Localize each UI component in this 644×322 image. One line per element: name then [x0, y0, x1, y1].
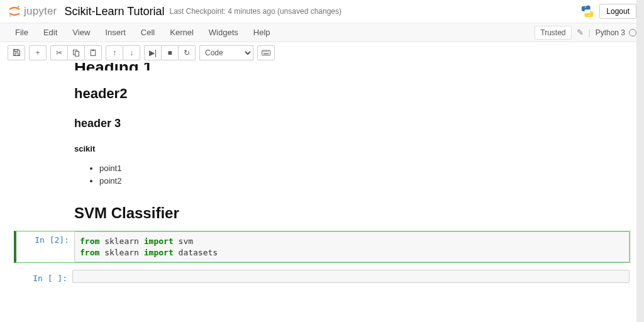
plus-icon: ＋ — [34, 47, 42, 58]
code-cell-empty[interactable]: In [ ]: — [14, 269, 630, 284]
code-keyword: import — [144, 248, 174, 257]
logout-button[interactable]: Logout — [599, 4, 636, 19]
menu-kernel[interactable]: Kernel — [162, 24, 201, 41]
code-input[interactable]: from sklearn import svm from sklearn imp… — [74, 231, 630, 262]
code-text: datasets — [174, 248, 218, 257]
svg-rect-8 — [262, 50, 270, 55]
jupyter-icon — [8, 4, 21, 18]
svg-point-1 — [9, 15, 11, 16]
divider: | — [589, 28, 591, 37]
menu-widgets[interactable]: Widgets — [201, 24, 246, 41]
svg-rect-12 — [266, 51, 267, 52]
svg-point-2 — [585, 7, 586, 8]
notebook-area[interactable]: Heading 1 header2 header 3 scikit point1… — [0, 63, 644, 322]
scrollbar-track[interactable] — [636, 0, 644, 322]
run-step-icon: ▶| — [149, 48, 157, 57]
svg-rect-7 — [92, 49, 94, 50]
bullet-list: point1 point2 — [74, 162, 630, 187]
list-item: point2 — [99, 175, 630, 187]
header-bar: jupyter Scikit-Learn Tutorial Last Check… — [0, 0, 644, 23]
move-up-button[interactable]: ↑ — [106, 45, 123, 60]
svg-point-0 — [18, 6, 19, 8]
svg-point-3 — [589, 15, 591, 16]
checkpoint-text: Last Checkpoint: 4 minutes ago (unsaved … — [170, 7, 342, 16]
edit-icon[interactable]: ✎ — [577, 28, 584, 37]
paste-icon — [89, 49, 97, 57]
menu-view[interactable]: View — [65, 24, 97, 41]
celltype-select[interactable]: Code — [199, 45, 253, 60]
interrupt-button[interactable]: ■ — [161, 45, 179, 60]
save-icon — [13, 48, 21, 57]
svg-rect-9 — [264, 53, 269, 53]
copy-button[interactable] — [67, 45, 85, 60]
code-text: svm — [174, 236, 193, 246]
input-prompt: In [2]: — [16, 231, 74, 262]
svm-heading[interactable]: SVM Classifier — [14, 204, 630, 222]
kernel-name: Python 3 — [596, 28, 625, 37]
move-down-button[interactable]: ↓ — [123, 45, 140, 60]
code-input[interactable] — [72, 270, 630, 283]
svg-rect-13 — [268, 51, 269, 52]
svg-rect-5 — [75, 51, 79, 56]
menu-cell[interactable]: Cell — [133, 24, 162, 41]
bold-text: scikit — [74, 144, 630, 153]
markdown-cell[interactable]: Heading 1 header2 header 3 scikit point1… — [14, 63, 630, 187]
kernel-idle-icon — [629, 29, 636, 36]
scissors-icon: ✂ — [56, 48, 62, 57]
paste-button[interactable] — [84, 45, 102, 60]
heading-2: header2 — [74, 86, 630, 102]
menu-edit[interactable]: Edit — [36, 24, 65, 41]
svg-rect-11 — [264, 51, 265, 52]
code-keyword: import — [144, 236, 174, 246]
code-text: sklearn — [99, 236, 143, 246]
toolbar: ＋ ✂ ↑ ↓ ▶| ■ ↻ Code — [0, 42, 644, 64]
keyboard-icon — [262, 50, 270, 56]
kernel-indicator[interactable]: Python 3 — [596, 28, 636, 37]
add-cell-button[interactable]: ＋ — [29, 45, 47, 60]
code-keyword: from — [80, 248, 99, 257]
logo-text: jupyter — [24, 5, 57, 18]
heading-1: Heading 1 — [74, 63, 630, 70]
arrow-up-icon: ↑ — [113, 48, 116, 57]
save-button[interactable] — [8, 45, 25, 60]
input-prompt: In [ ]: — [14, 270, 72, 283]
menu-file[interactable]: File — [8, 24, 36, 41]
code-text: sklearn — [99, 248, 143, 257]
arrow-down-icon: ↓ — [130, 48, 133, 57]
run-button[interactable]: ▶| — [144, 45, 162, 60]
trusted-badge[interactable]: Trusted — [535, 26, 571, 40]
menubar: File Edit View Insert Cell Kernel Widget… — [0, 23, 644, 42]
command-palette-button[interactable] — [257, 45, 275, 60]
cut-button[interactable]: ✂ — [50, 45, 68, 60]
restart-button[interactable]: ↻ — [178, 45, 196, 60]
restart-icon: ↻ — [184, 48, 190, 57]
notebook-title[interactable]: Scikit-Learn Tutorial — [64, 5, 164, 18]
list-item: point1 — [99, 162, 630, 175]
python-icon — [580, 4, 594, 18]
svg-rect-10 — [263, 51, 264, 52]
stop-icon: ■ — [167, 48, 172, 57]
heading-3: header 3 — [74, 117, 630, 130]
copy-icon — [72, 49, 80, 57]
code-cell-selected[interactable]: In [2]: from sklearn import svm from skl… — [14, 231, 630, 263]
menu-help[interactable]: Help — [246, 24, 278, 41]
menu-insert[interactable]: Insert — [97, 24, 133, 41]
jupyter-logo[interactable]: jupyter — [8, 4, 57, 18]
code-keyword: from — [80, 236, 99, 246]
